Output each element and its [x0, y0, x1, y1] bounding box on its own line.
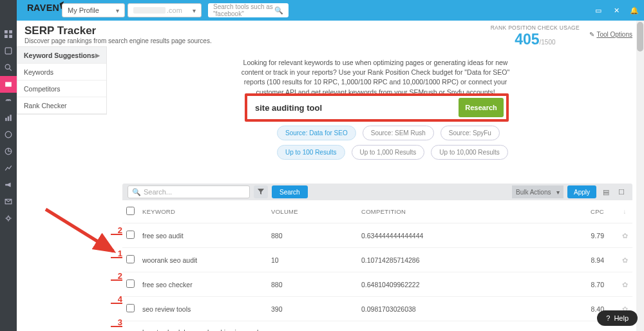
research-button[interactable]: Research — [459, 98, 504, 117]
rail-link[interactable] — [0, 93, 17, 109]
rail-serp[interactable] — [0, 76, 17, 93]
intro-text: Looking for relevant keywords to use whe… — [237, 58, 514, 97]
columns-icon[interactable]: ▤ — [600, 186, 612, 198]
domain-suffix: .com — [167, 6, 182, 14]
limit-1000[interactable]: Up to 1,000 Results — [352, 145, 425, 160]
row-gear-icon[interactable]: ✿ — [617, 223, 632, 248]
table-search[interactable]: 🔍 Search... — [128, 185, 250, 198]
cell-volume: 10 — [267, 248, 357, 272]
global-search[interactable]: Search tools such as "facebook" 🔍 — [208, 3, 289, 17]
svg-rect-9 — [5, 48, 12, 54]
filter-button[interactable] — [254, 185, 268, 198]
source-semrush[interactable]: Source: SEM Rush — [363, 126, 434, 140]
table-search-button[interactable]: Search — [272, 185, 308, 198]
select-all-checkbox[interactable] — [126, 207, 135, 215]
cell-competition: 0.10714285714286 — [357, 248, 565, 272]
cell-volume: 390 — [267, 297, 357, 321]
profile-selector-label: My Profile — [68, 6, 99, 14]
rail-bars[interactable] — [0, 109, 17, 126]
row-count-badge: 2 — [111, 271, 122, 281]
col-competition[interactable]: COMPETITION — [357, 200, 565, 223]
card-icon[interactable]: ▭ — [594, 6, 603, 15]
source-spyfu[interactable]: Source: SpyFu — [440, 126, 500, 140]
cell-keyword: free seo audit — [138, 223, 267, 248]
chevron-down-icon: ▾ — [193, 7, 196, 14]
table-row: free seo audit 880 0.634444444444444 9.7… — [122, 223, 632, 248]
row-checkbox[interactable] — [126, 231, 135, 239]
results-toolbar: 🔍 Search... Search Bulk Actions▾ Apply ▤… — [122, 184, 632, 200]
bell-icon[interactable]: 🔔 — [630, 6, 639, 15]
cell-competition: 0.634444444444444 — [357, 223, 565, 248]
help-widget[interactable]: ? Help — [597, 310, 638, 326]
rail-settings[interactable] — [0, 210, 17, 227]
cell-keyword: woorank seo audit — [138, 248, 267, 272]
research-box: Research — [245, 93, 509, 122]
sidebar-item-label: Competitors — [24, 85, 61, 93]
help-label: Help — [614, 314, 629, 322]
rail-megaphone[interactable] — [0, 176, 17, 193]
usage-limit: /1500 — [540, 39, 556, 46]
col-cpc[interactable]: CPC — [565, 200, 617, 223]
sidebar-item-suggestions[interactable]: Keyword Suggestions▶ — [17, 47, 106, 64]
sidebar-item-label: Rank Checker — [24, 102, 67, 109]
svg-rect-5 — [5, 30, 8, 33]
row-count-badge: 1 — [111, 249, 122, 258]
cell-competition: 0.64810409962222 — [357, 272, 565, 297]
domain-selector[interactable]: .com ▾ — [128, 3, 202, 17]
row-checkbox[interactable] — [126, 255, 135, 263]
tool-options-link[interactable]: Tool Options — [589, 31, 632, 38]
cell-keyword: seo review tools — [138, 297, 267, 321]
rail-dashboard[interactable] — [0, 26, 17, 43]
rail-pie[interactable] — [0, 143, 17, 160]
row-checkbox[interactable] — [126, 304, 135, 312]
row-count-badge: 4 — [111, 294, 122, 304]
sidebar-item-keywords[interactable]: Keywords — [17, 64, 106, 80]
row-gear-icon[interactable]: ✿ — [617, 272, 632, 297]
chevron-right-icon: ▶ — [95, 52, 100, 59]
source-dataforseo[interactable]: Source: Data for SEO — [277, 126, 356, 140]
rail-target[interactable] — [0, 126, 17, 143]
col-sort[interactable]: ↓ — [617, 200, 632, 223]
svg-line-11 — [9, 68, 12, 71]
sidebar-item-rank-checker[interactable]: Rank Checker — [17, 97, 106, 114]
bulk-actions-select[interactable]: Bulk Actions▾ — [512, 185, 564, 198]
sub-sidebar: Keyword Suggestions▶ Keywords Competitor… — [17, 46, 107, 115]
rail-search[interactable] — [0, 59, 17, 76]
svg-text:N: N — [53, 3, 59, 13]
cell-volume: 880 — [267, 272, 357, 297]
help-icon: ? — [606, 314, 610, 322]
svg-text:V: V — [40, 3, 46, 13]
settings-icon[interactable]: ☐ — [616, 186, 627, 198]
page-title: SERP Tracker — [24, 24, 212, 37]
row-count-badge: 2 — [111, 225, 122, 235]
apply-button[interactable]: Apply — [567, 185, 596, 198]
svg-rect-12 — [5, 82, 12, 86]
profile-selector[interactable]: My Profile ▾ — [62, 3, 125, 17]
cell-keyword: free seo checker — [138, 272, 267, 297]
keyword-research-input[interactable] — [249, 97, 459, 118]
row-gear-icon[interactable]: ✿ — [617, 248, 632, 272]
chevron-down-icon: ▾ — [116, 7, 119, 14]
chart-icon[interactable]: ✕ — [612, 6, 621, 15]
svg-line-19 — [46, 209, 113, 251]
rail-line[interactable] — [0, 160, 17, 176]
limit-10000[interactable]: Up to 10,000 Results — [431, 145, 507, 160]
svg-rect-13 — [5, 118, 6, 121]
table-search-placeholder: Search... — [144, 188, 172, 196]
table-row: free seo checker 880 0.64810409962222 8.… — [122, 272, 632, 297]
rail-clipboard[interactable] — [0, 43, 17, 59]
col-keyword[interactable]: KEYWORD — [138, 200, 267, 223]
col-volume[interactable]: VOLUME — [267, 200, 357, 223]
sidebar-item-competitors[interactable]: Competitors — [17, 80, 106, 97]
search-placeholder: Search tools such as "facebook" — [213, 3, 274, 17]
source-pills: Source: Data for SEO Source: SEM Rush So… — [277, 126, 500, 140]
svg-text:E: E — [46, 3, 53, 13]
row-checkbox[interactable] — [126, 279, 135, 288]
rail-mail[interactable] — [0, 193, 17, 210]
cell-competition: 0.0981703026038 — [357, 297, 565, 321]
svg-rect-6 — [9, 30, 12, 33]
limit-100[interactable]: Up to 100 Results — [277, 145, 345, 160]
search-icon: 🔍 — [274, 6, 283, 15]
cell-keyword: how to check keyword ranking in google a… — [138, 321, 267, 332]
page-scrollbar[interactable] — [636, 0, 644, 331]
